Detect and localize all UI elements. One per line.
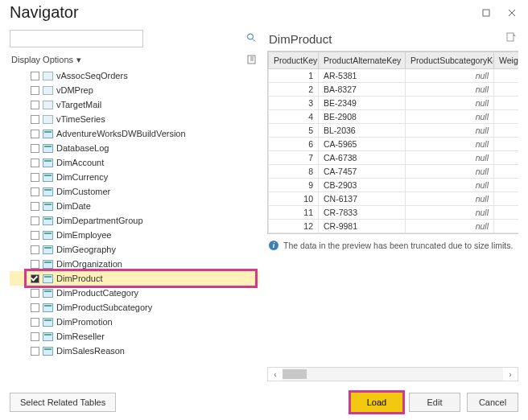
scroll-track[interactable]: [283, 368, 503, 381]
tree-item[interactable]: DimProductCategory: [10, 286, 259, 300]
tree-item-label: DimAccount: [56, 158, 104, 167]
load-button[interactable]: Load: [351, 393, 402, 412]
cell-subcategorykey: null: [406, 220, 494, 233]
cell-alternatekey: CA-5965: [319, 138, 406, 151]
tree-item[interactable]: DatabaseLog: [10, 141, 259, 155]
tree-item-label: vAssocSeqOrders: [56, 71, 128, 80]
display-options-dropdown[interactable]: Display Options ▾: [11, 55, 81, 65]
refresh-icon[interactable]: [246, 54, 258, 65]
table-row[interactable]: 11CR-7833null: [269, 206, 519, 220]
search-row: [10, 30, 259, 47]
table-row[interactable]: 10CN-6137null: [269, 192, 519, 206]
table-icon: [43, 130, 53, 138]
tree-item[interactable]: vDMPrep: [10, 83, 259, 97]
tree-item-label: DimOrganization: [56, 259, 122, 269]
table-row[interactable]: 7CA-6738null: [269, 151, 519, 165]
preview-options-icon[interactable]: [505, 31, 517, 46]
cell-subcategorykey: null: [406, 165, 494, 179]
tree-checkbox[interactable]: [31, 303, 39, 312]
tree-item-label: DimEmployee: [56, 230, 111, 240]
table-icon: [43, 303, 53, 312]
scroll-right-icon[interactable]: ›: [503, 368, 518, 381]
scroll-left-icon[interactable]: ‹: [268, 368, 283, 381]
column-header[interactable]: ProductKey: [269, 52, 319, 69]
tree-checkbox[interactable]: [31, 231, 39, 240]
tree-item[interactable]: DimDepartmentGroup: [10, 213, 259, 228]
column-header[interactable]: ProductSubcategoryKey: [406, 52, 494, 69]
column-header[interactable]: Weigh: [494, 52, 519, 69]
cell-alternatekey: CR-7833: [319, 206, 406, 220]
tree-item[interactable]: AdventureWorksDWBuildVersion: [10, 126, 259, 141]
tree-checkbox[interactable]: [31, 72, 39, 80]
cell-productkey: 7: [269, 151, 319, 165]
cell-alternatekey: BL-2036: [319, 124, 406, 138]
tree-item[interactable]: DimGeography: [10, 242, 259, 257]
scroll-thumb[interactable]: [283, 369, 307, 379]
preview-hscrollbar[interactable]: ‹ ›: [267, 367, 518, 381]
cell-alternatekey: CA-6738: [319, 151, 406, 165]
tree-item[interactable]: DimReseller: [10, 329, 259, 344]
cell-productkey: 4: [269, 110, 319, 124]
close-icon[interactable]: [502, 6, 522, 20]
cancel-button[interactable]: Cancel: [467, 393, 518, 412]
svg-point-1: [248, 34, 254, 39]
svg-line-2: [253, 39, 255, 42]
display-options-row: Display Options ▾: [10, 52, 259, 68]
tree-item[interactable]: DimAccount: [10, 155, 259, 170]
table-row[interactable]: 3BE-2349null: [269, 97, 519, 110]
tree-item[interactable]: DimCurrency: [10, 170, 259, 184]
cell-alternatekey: CB-2903: [319, 179, 406, 192]
table-row[interactable]: 9CB-2903null: [269, 179, 519, 192]
tree-checkbox[interactable]: [31, 115, 39, 124]
column-header[interactable]: ProductAlternateKey: [319, 52, 406, 69]
tree-item[interactable]: DimProduct: [10, 271, 259, 286]
tree-item[interactable]: vAssocSeqOrders: [10, 68, 259, 83]
tree-item[interactable]: DimPromotion: [10, 315, 259, 329]
tree-checkbox[interactable]: [31, 318, 39, 327]
tree-item[interactable]: DimOrganization: [10, 257, 259, 271]
tree-checkbox[interactable]: [31, 274, 39, 283]
table-row[interactable]: 5BL-2036null: [269, 124, 519, 138]
table-row[interactable]: 6CA-5965null: [269, 138, 519, 151]
search-icon[interactable]: [246, 33, 256, 45]
search-input[interactable]: [10, 30, 143, 47]
table-row[interactable]: 1AR-5381null: [269, 69, 519, 83]
svg-rect-0: [483, 10, 489, 16]
tree-item[interactable]: DimProductSubcategory: [10, 300, 259, 315]
tree-checkbox[interactable]: [31, 202, 39, 211]
tree-checkbox[interactable]: [31, 332, 39, 341]
content-area: Display Options ▾ vAssocSeqOrdersvDMPrep…: [0, 22, 528, 386]
tree-item[interactable]: DimEmployee: [10, 228, 259, 242]
table-row[interactable]: 4BE-2908null: [269, 110, 519, 124]
tree-checkbox[interactable]: [31, 289, 39, 298]
select-related-tables-button[interactable]: Select Related Tables: [10, 393, 116, 412]
tree-item[interactable]: DimSalesReason: [10, 344, 259, 358]
tree-item[interactable]: vTimeSeries: [10, 112, 259, 126]
cell-weight: [494, 124, 519, 138]
cell-weight: [494, 110, 519, 124]
tree-item[interactable]: DimDate: [10, 199, 259, 213]
tree-checkbox[interactable]: [31, 187, 39, 196]
navigator-tree[interactable]: vAssocSeqOrdersvDMPrepvTargetMailvTimeSe…: [10, 68, 259, 381]
tree-checkbox[interactable]: [31, 173, 39, 182]
table-row[interactable]: 12CR-9981null: [269, 220, 519, 233]
tree-item-label: DimCustomer: [56, 187, 110, 196]
tree-item-label: vTimeSeries: [56, 114, 105, 124]
tree-item[interactable]: vTargetMail: [10, 97, 259, 112]
table-row[interactable]: 2BA-8327null: [269, 83, 519, 97]
cell-subcategorykey: null: [406, 206, 494, 220]
tree-checkbox[interactable]: [31, 130, 39, 138]
tree-checkbox[interactable]: [31, 86, 39, 95]
tree-item[interactable]: DimCustomer: [10, 184, 259, 199]
table-row[interactable]: 8CA-7457null: [269, 165, 519, 179]
tree-checkbox[interactable]: [31, 216, 39, 225]
tree-checkbox[interactable]: [31, 144, 39, 153]
tree-checkbox[interactable]: [31, 159, 39, 167]
tree-checkbox[interactable]: [31, 245, 39, 254]
tree-checkbox[interactable]: [31, 101, 39, 109]
restore-icon[interactable]: [476, 6, 496, 20]
edit-button[interactable]: Edit: [409, 393, 460, 412]
tree-checkbox[interactable]: [31, 260, 39, 269]
tree-checkbox[interactable]: [31, 347, 39, 356]
tree-item-label: DimPromotion: [56, 317, 113, 327]
